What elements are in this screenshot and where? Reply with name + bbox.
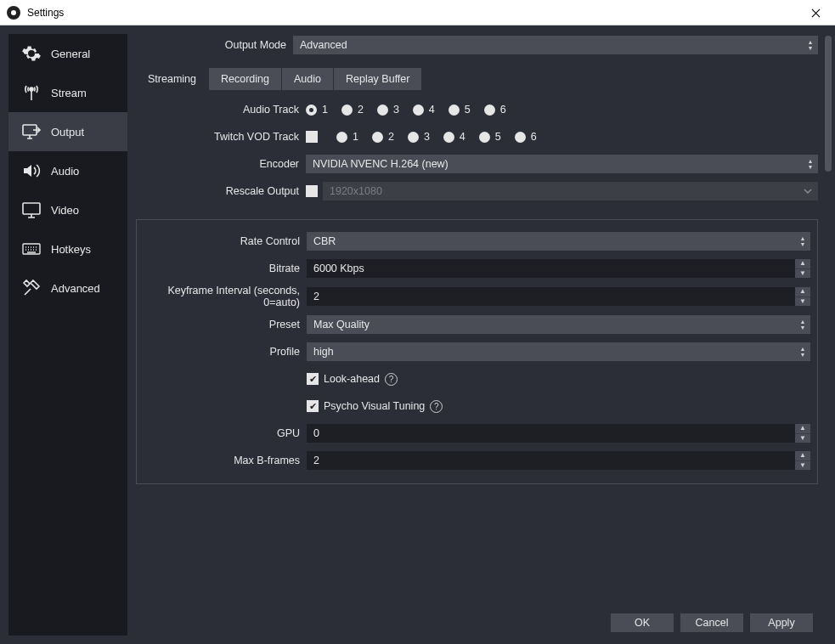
spinner-icon[interactable]: ▲▼ [795,287,810,306]
apply-button[interactable]: Apply [750,613,813,632]
radio-icon [408,132,419,143]
vod-track-radio-2[interactable]: 2 [372,131,394,143]
audio-track-radio-1[interactable]: 1 [306,104,328,116]
spinner-icon[interactable]: ▲▼ [795,259,810,278]
window-close-button[interactable] [796,0,835,25]
tab-streaming[interactable]: Streaming [136,68,208,90]
rate-control-label: Rate Control [137,235,307,247]
sidebar-item-hotkeys[interactable]: Hotkeys [8,229,127,268]
encoder-label: Encoder [136,158,306,170]
rate-control-select[interactable]: CBR ▲▼ [307,232,810,251]
bitrate-row: Bitrate 6000 Kbps ▲▼ [137,257,810,280]
encoder-value: NVIDIA NVENC H.264 (new) [313,158,449,170]
vod-track-enable-checkbox[interactable] [306,131,318,143]
radio-icon [449,105,460,116]
help-icon[interactable]: ? [385,373,398,386]
output-mode-select[interactable]: Advanced ▲▼ [293,36,818,54]
keyboard-icon [20,238,42,260]
audio-track-radio-3[interactable]: 3 [377,104,399,116]
settings-frame: General Stream Output Audio Video [0,25,835,644]
ok-button[interactable]: OK [611,613,674,632]
tab-replay-buffer[interactable]: Replay Buffer [334,68,422,90]
radio-icon [515,132,526,143]
rate-control-row: Rate Control CBR ▲▼ [137,230,810,252]
vod-track-radio-3[interactable]: 3 [408,131,430,143]
encoder-select[interactable]: NVIDIA NVENC H.264 (new) ▲▼ [306,155,818,173]
preset-row: Preset Max Quality ▲▼ [137,314,810,336]
sidebar-item-label: Advanced [51,282,100,295]
tab-recording[interactable]: Recording [209,68,281,90]
vod-track-row: Twitch VOD Track 1 2 3 4 5 6 [136,126,818,148]
output-mode-row: Output Mode Advanced ▲▼ [136,34,818,56]
sidebar-item-general[interactable]: General [8,34,127,73]
rescale-label: Rescale Output [136,185,306,197]
encoder-row: Encoder NVIDIA NVENC H.264 (new) ▲▼ [136,153,818,175]
profile-value: high [313,346,334,358]
sidebar-item-advanced[interactable]: Advanced [8,268,127,308]
profile-select[interactable]: high ▲▼ [307,342,810,361]
monitor-arrow-icon [20,121,42,143]
sidebar-item-stream[interactable]: Stream [8,73,127,112]
audio-track-row: Audio Track 1 2 3 4 5 6 [136,99,818,121]
audio-track-radios: 1 2 3 4 5 6 [306,104,818,116]
psycho-row: ✔ Psycho Visual Tuning ? [137,395,810,417]
spinner-icon[interactable]: ▲▼ [795,451,810,470]
tab-audio[interactable]: Audio [282,68,333,90]
keyframe-label: Keyframe Interval (seconds, 0=auto) [137,285,307,308]
keyframe-input[interactable]: 2 ▲▼ [307,287,810,306]
vod-track-radio-4[interactable]: 4 [443,131,465,143]
help-icon[interactable]: ? [430,400,443,413]
updown-icon: ▲▼ [803,36,818,54]
psycho-checkbox[interactable]: ✔ [307,400,319,412]
vod-track-label: Twitch VOD Track [136,131,306,143]
bitrate-input[interactable]: 6000 Kbps ▲▼ [307,259,810,278]
vod-track-radio-6[interactable]: 6 [515,131,537,143]
svg-point-0 [30,88,33,91]
radio-icon [341,105,353,116]
antenna-icon [20,82,42,104]
keyframe-value: 2 [313,291,319,302]
sidebar-item-label: Stream [51,87,87,99]
gear-icon [20,42,42,65]
radio-icon [479,132,490,143]
scrollbar-thumb[interactable] [825,36,832,172]
window-title: Settings [27,7,64,19]
rescale-checkbox[interactable] [306,185,318,197]
sidebar-item-label: Video [51,204,79,217]
audio-track-radio-4[interactable]: 4 [413,104,435,116]
sidebar-item-video[interactable]: Video [8,190,127,229]
lookahead-label: Look-ahead [324,373,380,385]
sidebar-item-label: General [51,48,90,60]
sidebar-item-output[interactable]: Output [8,112,127,151]
sidebar-item-audio[interactable]: Audio [8,151,127,190]
lookahead-row: ✔ Look-ahead ? [137,368,810,390]
cancel-button[interactable]: Cancel [680,613,743,632]
encoder-settings-panel: Rate Control CBR ▲▼ Bitrate 6000 [136,219,818,484]
radio-icon [336,132,347,143]
dialog-footer: OK Cancel Apply [136,610,818,636]
vod-track-radio-1[interactable]: 1 [336,131,358,143]
vod-track-radio-5[interactable]: 5 [479,131,501,143]
audio-track-radio-5[interactable]: 5 [449,104,471,116]
profile-row: Profile high ▲▼ [137,341,810,363]
rescale-row: Rescale Output 1920x1080 [136,180,818,202]
spinner-icon[interactable]: ▲▼ [795,424,810,443]
close-icon [811,8,821,18]
gpu-label: GPU [137,427,307,439]
bitrate-value: 6000 Kbps [313,263,364,274]
updown-icon: ▲▼ [795,342,810,361]
bframes-input[interactable]: 2 ▲▼ [307,451,810,470]
audio-track-radio-6[interactable]: 6 [484,104,506,116]
lookahead-checkbox[interactable]: ✔ [307,373,319,385]
rate-control-value: CBR [313,235,336,247]
audio-track-radio-2[interactable]: 2 [341,104,364,116]
output-tabs: Streaming Recording Audio Replay Buffer [136,68,818,90]
radio-icon [484,105,495,116]
vertical-scrollbar[interactable] [825,34,832,636]
updown-icon: ▲▼ [803,155,818,173]
rescale-select[interactable]: 1920x1080 [323,182,818,201]
radio-icon [306,105,317,116]
preset-select[interactable]: Max Quality ▲▼ [307,315,810,334]
gpu-input[interactable]: 0 ▲▼ [307,424,810,443]
audio-track-label: Audio Track [136,104,306,116]
